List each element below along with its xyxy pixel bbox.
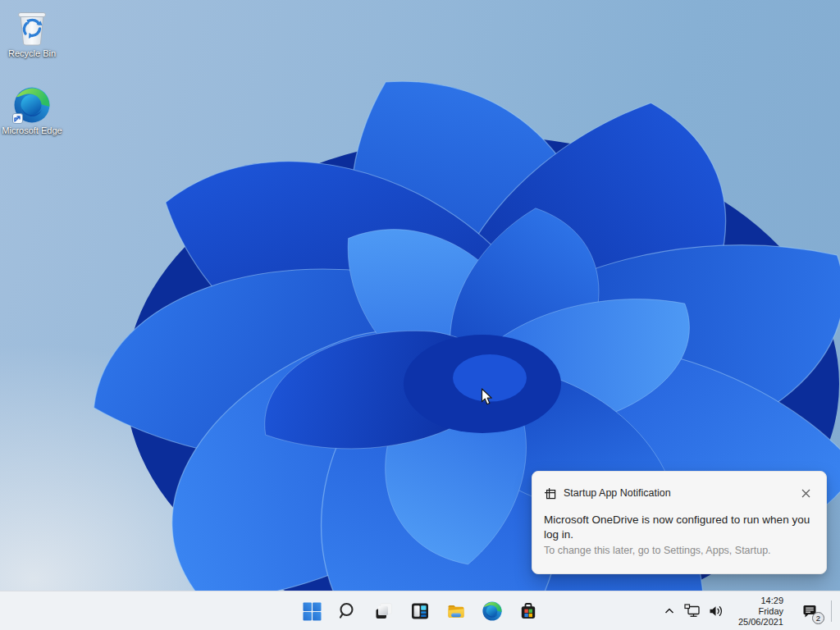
microsoft-store-icon bbox=[518, 601, 538, 621]
network-icon bbox=[684, 604, 702, 619]
windows-start-icon bbox=[303, 602, 322, 621]
clock-button[interactable]: 14:29 Friday 25/06/2021 bbox=[728, 595, 793, 628]
desktop-icon-recycle-bin[interactable]: Recycle Bin bbox=[0, 8, 64, 59]
volume-icon bbox=[708, 604, 724, 619]
desktop-icon-label: Microsoft Edge bbox=[0, 126, 64, 136]
tray-day: Friday bbox=[738, 606, 783, 617]
system-tray: 14:29 Friday 25/06/2021 2 bbox=[659, 591, 837, 630]
shortcut-arrow-icon bbox=[12, 113, 23, 124]
store-button[interactable] bbox=[512, 595, 545, 628]
widgets-icon bbox=[410, 601, 430, 621]
show-desktop-button[interactable] bbox=[832, 591, 837, 630]
edge-icon bbox=[482, 601, 502, 621]
task-view-button[interactable] bbox=[368, 595, 400, 628]
chevron-up-icon bbox=[663, 605, 676, 618]
search-icon bbox=[338, 601, 358, 621]
toast-close-button[interactable] bbox=[797, 484, 815, 502]
quick-settings-button[interactable] bbox=[680, 595, 728, 628]
notification-count-badge: 2 bbox=[812, 612, 824, 624]
taskbar-center-group bbox=[295, 591, 545, 630]
startup-notification-toast[interactable]: Startup App Notification Microsoft OneDr… bbox=[532, 471, 827, 574]
tray-date: 25/06/2021 bbox=[738, 617, 783, 628]
desktop-icon-microsoft-edge[interactable]: Microsoft Edge bbox=[0, 87, 64, 136]
widgets-button[interactable] bbox=[404, 595, 436, 628]
startup-apps-icon bbox=[544, 487, 556, 500]
search-button[interactable] bbox=[331, 595, 364, 628]
close-icon bbox=[801, 489, 810, 498]
toast-title: Startup App Notification bbox=[564, 487, 797, 499]
start-button[interactable] bbox=[295, 595, 328, 628]
file-explorer-button[interactable] bbox=[440, 595, 472, 628]
windows-desktop: Recycle Bin bbox=[0, 0, 840, 630]
notification-center-button[interactable]: 2 bbox=[793, 595, 826, 628]
edge-button[interactable] bbox=[476, 595, 509, 628]
toast-message: Microsoft OneDrive is now configured to … bbox=[544, 513, 821, 542]
file-explorer-icon bbox=[446, 601, 466, 621]
toast-hint: To change this later, go to Settings, Ap… bbox=[544, 544, 815, 558]
recycle-bin-icon bbox=[14, 8, 50, 46]
desktop-icon-label: Recycle Bin bbox=[0, 48, 64, 59]
taskbar: 14:29 Friday 25/06/2021 2 bbox=[0, 591, 840, 630]
task-view-icon bbox=[374, 601, 394, 621]
tray-time: 14:29 bbox=[738, 596, 783, 606]
tray-overflow-button[interactable] bbox=[659, 595, 680, 628]
